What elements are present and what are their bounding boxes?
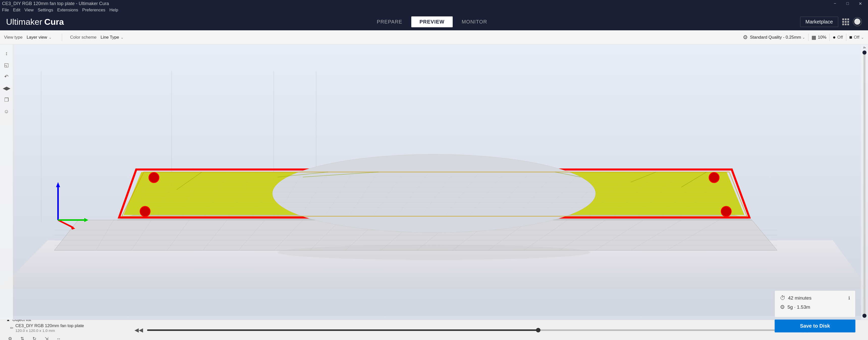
toolbar-separator-1 xyxy=(62,34,62,41)
view-type-value: Layer view xyxy=(27,35,47,40)
toolbar-separator-3 xyxy=(829,34,830,41)
statusbar: ▲ Object list ✏ CE3_DIY RGB 120mm fan to… xyxy=(0,320,868,340)
marketplace-button[interactable]: Marketplace xyxy=(800,17,838,27)
minimize-button[interactable]: − xyxy=(829,0,841,7)
toolbar: View type Layer view ⌄ Color scheme Line… xyxy=(0,30,868,45)
object-name: CE3_DIY RGB 120mm fan top plate xyxy=(16,323,84,329)
timeline-slider[interactable] xyxy=(147,330,799,331)
material-icon: ⚙ xyxy=(780,304,785,310)
menubar: File Edit View Settings Extensions Prefe… xyxy=(0,7,868,13)
menu-view[interactable]: View xyxy=(25,7,34,12)
bottom-icons: ⚙ ⇅ ↻ ⇲ ↔ xyxy=(6,335,84,340)
slider-thumb-top[interactable] xyxy=(863,51,867,55)
menu-preferences[interactable]: Preferences xyxy=(82,7,105,12)
svg-point-28 xyxy=(278,245,590,260)
slider-top-value: 4 xyxy=(863,47,867,49)
infill-icon: ▦ xyxy=(811,34,816,40)
quality-control: ⚙ Standard Quality - 0.25mm ⌄ xyxy=(743,34,805,41)
tab-prepare[interactable]: PREPARE xyxy=(369,17,410,27)
viewport[interactable]: ↕ ◱ ↶ ◀▶ ❐ ☺ 4 xyxy=(0,45,868,320)
print-time-row: ⏱ 42 minutes ℹ xyxy=(780,295,850,301)
menu-file[interactable]: File xyxy=(2,7,9,12)
nav-tabs: PREPARE PREVIEW MONITOR xyxy=(369,17,495,27)
fit-view-button[interactable]: ◱ xyxy=(2,60,11,70)
view-type-label: View type xyxy=(4,35,23,40)
move-tool-button[interactable]: ↕ xyxy=(2,49,11,58)
object-move-button[interactable]: ⇅ xyxy=(18,335,26,340)
color-scheme-group: Color scheme Line Type ⌄ xyxy=(70,34,126,41)
scene-container: ↕ ◱ ↶ ◀▶ ❐ ☺ 4 xyxy=(0,45,868,320)
toolbar-separator-4 xyxy=(846,34,846,41)
object-list-section: ▲ Object list ✏ CE3_DIY RGB 120mm fan to… xyxy=(6,317,84,340)
print-time: 42 minutes xyxy=(788,295,811,301)
timeline-thumb[interactable] xyxy=(536,328,540,333)
save-to-disk-button[interactable]: Save to Disk xyxy=(775,319,856,333)
object-mirror-button[interactable]: ↔ xyxy=(55,335,63,340)
quality-icon: ⚙ xyxy=(743,34,748,41)
timeline-start-button[interactable]: ◀◀ xyxy=(134,327,143,334)
tab-monitor[interactable]: MONITOR xyxy=(454,17,495,27)
logo-cura: Cura xyxy=(44,17,64,27)
view-type-group: View type Layer view ⌄ xyxy=(4,34,54,41)
layer-slider[interactable]: 4 xyxy=(861,45,868,320)
skip-button[interactable]: ◀▶ xyxy=(2,83,11,93)
color-scheme-label: Color scheme xyxy=(70,35,97,40)
slider-thumb-bottom[interactable] xyxy=(863,314,867,318)
close-button[interactable]: ✕ xyxy=(855,0,866,7)
menu-edit[interactable]: Edit xyxy=(13,7,20,12)
object-scale-button[interactable]: ⇲ xyxy=(42,335,51,340)
support-control: ● Off xyxy=(833,34,843,40)
toolbar-right: ⚙ Standard Quality - 0.25mm ⌄ ▦ 10% ● Of… xyxy=(743,34,864,41)
adhesion-value: Off xyxy=(854,35,860,40)
svg-point-68 xyxy=(721,206,731,217)
quality-dropdown[interactable]: Standard Quality - 0.25mm ⌄ xyxy=(750,35,805,40)
view-type-chevron: ⌄ xyxy=(49,35,52,39)
time-icon: ⏱ xyxy=(780,295,785,301)
3d-scene-svg xyxy=(0,45,868,320)
color-scheme-value: Line Type xyxy=(101,35,119,40)
grid-apps-icon[interactable] xyxy=(842,19,849,25)
logo: Ultimaker Cura xyxy=(6,17,64,27)
print-info-panel: ⏱ 42 minutes ℹ ⚙ 5g · 1.53m xyxy=(775,290,856,317)
logo-ultimaker: Ultimaker xyxy=(6,17,42,27)
object-dimensions: 120.0 x 120.0 x 1.0 mm xyxy=(16,329,84,333)
timeline-area: ◀◀ ▶▶ xyxy=(84,327,862,334)
titlebar: CE3_DIY RGB 120mm fan top plate - Ultima… xyxy=(0,0,868,7)
svg-point-65 xyxy=(149,172,159,182)
user-account-icon[interactable]: ⚪ xyxy=(853,17,862,26)
infill-control: ▦ 10% xyxy=(811,34,826,40)
svg-point-32 xyxy=(273,154,595,233)
quality-label: Standard Quality - 0.25mm xyxy=(750,35,801,40)
support-button[interactable]: ☺ xyxy=(2,107,11,116)
object-settings-button[interactable]: ⚙ xyxy=(6,335,14,340)
timeline-progress xyxy=(147,330,538,331)
tab-preview[interactable]: PREVIEW xyxy=(411,17,453,27)
window-controls: − □ ✕ xyxy=(829,0,866,7)
object-item: ✏ CE3_DIY RGB 120mm fan top plate 120.0 … xyxy=(6,323,84,333)
print-material-row: ⚙ 5g · 1.53m xyxy=(780,304,850,310)
left-toolbar: ↕ ◱ ↶ ◀▶ ❐ ☺ xyxy=(0,45,13,320)
svg-point-67 xyxy=(140,206,150,217)
svg-point-66 xyxy=(709,172,719,182)
merge-button[interactable]: ❐ xyxy=(2,95,11,105)
object-rotate-button[interactable]: ↻ xyxy=(30,335,38,340)
header-right: Marketplace ⚪ xyxy=(800,17,862,27)
undo-button[interactable]: ↶ xyxy=(2,72,11,81)
menu-extensions[interactable]: Extensions xyxy=(57,7,78,12)
slider-track[interactable] xyxy=(864,51,866,318)
color-scheme-chevron: ⌄ xyxy=(121,35,124,39)
color-scheme-select[interactable]: Line Type ⌄ xyxy=(99,34,126,41)
quality-chevron: ⌄ xyxy=(802,35,805,39)
window-title: CE3_DIY RGB 120mm fan top plate - Ultima… xyxy=(2,1,109,6)
menu-help[interactable]: Help xyxy=(110,7,118,12)
time-info-button[interactable]: ℹ xyxy=(848,295,850,301)
adhesion-icon: ■ xyxy=(849,34,852,40)
view-type-select[interactable]: Layer view ⌄ xyxy=(25,34,54,41)
adhesion-chevron: ⌄ xyxy=(861,35,864,39)
menu-settings[interactable]: Settings xyxy=(38,7,53,12)
support-icon: ● xyxy=(833,34,836,40)
support-value: Off xyxy=(837,35,843,40)
adhesion-control: ■ Off ⌄ xyxy=(849,34,864,40)
infill-value: 10% xyxy=(818,35,826,40)
maximize-button[interactable]: □ xyxy=(842,0,854,7)
